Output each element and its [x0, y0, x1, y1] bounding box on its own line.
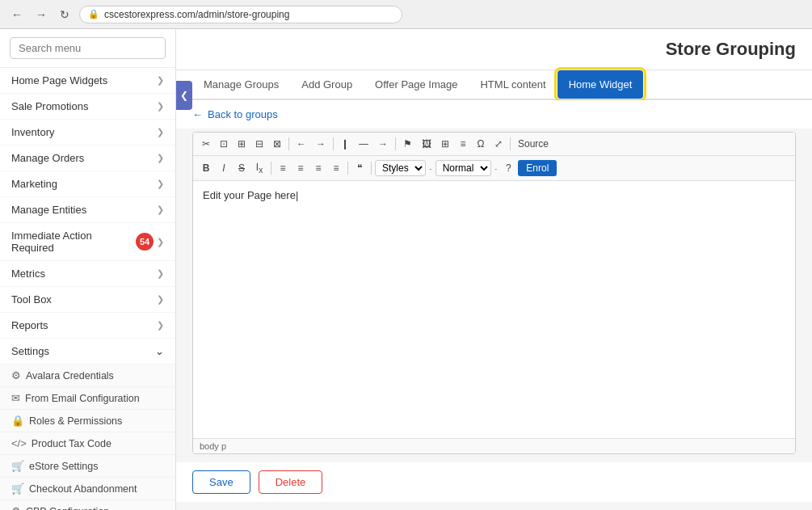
help-button[interactable]: ? — [500, 160, 516, 176]
forward-button[interactable]: → — [32, 6, 50, 23]
settings-header[interactable]: Settings ⌄ — [0, 339, 175, 365]
sidebar-item[interactable]: Manage Orders❯ — [0, 145, 175, 171]
italic-button[interactable]: I — [216, 160, 232, 176]
toolbar-btn-pipe[interactable]: ❙ — [337, 136, 353, 152]
reload-button[interactable]: ↻ — [57, 6, 73, 23]
styles-select[interactable]: Styles — [375, 160, 426, 176]
undo-button[interactable]: ← — [292, 136, 310, 152]
browser-bar: ← → ↻ 🔒 cscestorexpress.com/admin/store-… — [0, 0, 812, 29]
sub-icon: 🛒 — [11, 460, 24, 472]
badge: 54 — [136, 233, 154, 251]
nav-label: Tool Box — [11, 293, 157, 306]
tab-html-content[interactable]: HTML content — [469, 70, 557, 99]
sidebar-item-settings-sub[interactable]: 🔒Roles & Permissions — [0, 410, 175, 432]
sidebar-item[interactable]: Inventory❯ — [0, 120, 175, 145]
redo-button[interactable]: → — [312, 136, 330, 152]
content-area: ✂ ⊡ ⊞ ⊟ ⊠ ← → ❙ — → ⚑ 🖼 ⊞ ≡ — [176, 129, 812, 510]
sidebar-item[interactable]: Manage Entities❯ — [0, 197, 175, 223]
sub-icon: ✉ — [11, 392, 20, 404]
address-bar[interactable]: 🔒 cscestorexpress.com/admin/store-groupi… — [79, 6, 402, 23]
tab-add-group[interactable]: Add Group — [290, 70, 364, 99]
ol-button[interactable]: ≡ — [275, 160, 291, 176]
nav-label: Home Page Widgets — [11, 74, 157, 86]
nav-label: Manage Entities — [11, 204, 157, 216]
sep1 — [288, 137, 289, 150]
ul-button[interactable]: ≡ — [292, 160, 309, 176]
sidebar-item-settings-sub[interactable]: ⚙Avalara Credentials — [0, 365, 175, 387]
copy-button[interactable]: ⊡ — [216, 136, 232, 152]
back-button[interactable]: ← — [8, 6, 26, 23]
actions-bar: Save Delete — [176, 462, 812, 502]
url-text: cscestorexpress.com/admin/store-grouping — [104, 9, 289, 20]
sep-text: - — [429, 163, 432, 173]
page-header: Store Grouping — [176, 29, 812, 70]
delete-button[interactable]: Delete — [259, 470, 323, 494]
sep-text2: - — [494, 163, 498, 173]
sub-item-label: Roles & Permissions — [29, 415, 122, 427]
chevron-right-icon: ❯ — [157, 204, 164, 215]
sidebar-item[interactable]: Marketing❯ — [0, 171, 175, 197]
chevron-right-icon: ❯ — [157, 127, 164, 137]
outdent-button[interactable]: ≡ — [328, 160, 344, 176]
sidebar-item[interactable]: Immediate Action Required54❯ — [0, 223, 175, 261]
sub-icon: 🔒 — [11, 415, 24, 427]
sidebar-item-settings-sub[interactable]: 🛒Checkout Abandonment — [0, 478, 175, 500]
sidebar-toggle[interactable]: ❮ — [176, 81, 192, 110]
sub-item-label: eStore Settings — [29, 461, 98, 472]
paste-button[interactable]: ⊞ — [234, 136, 250, 152]
editor-status: body p — [193, 438, 795, 453]
sub-item-label: Avalara Credentials — [26, 370, 114, 381]
bold-button[interactable]: B — [198, 160, 214, 176]
image-button[interactable]: 🖼 — [418, 136, 435, 152]
table-button[interactable]: ⊞ — [437, 136, 453, 152]
save-button[interactable]: Save — [192, 470, 250, 494]
editor-body[interactable]: Edit your Page here| — [193, 181, 795, 438]
paste-word-button[interactable]: ⊠ — [269, 136, 285, 152]
sidebar-item[interactable]: Reports❯ — [0, 313, 175, 339]
chevron-right-icon: ❯ — [157, 268, 164, 279]
sidebar-item[interactable]: Sale Promotions❯ — [0, 94, 175, 120]
sep6 — [347, 162, 348, 175]
omega-button[interactable]: Ω — [473, 136, 489, 152]
sub-item-label: CBP Configuration — [26, 506, 109, 511]
search-container — [0, 29, 175, 68]
enrol-button[interactable]: Enrol — [518, 160, 557, 176]
sub-icon: ⚙ — [11, 369, 21, 381]
sidebar-item-settings-sub[interactable]: ✉From Email Configuration — [0, 387, 175, 410]
nav-label: Sale Promotions — [11, 100, 157, 112]
nav-label: Inventory — [11, 126, 157, 138]
list-button[interactable]: ≡ — [455, 136, 471, 152]
sidebar-item[interactable]: Home Page Widgets❯ — [0, 68, 175, 94]
sep2 — [333, 137, 334, 150]
sidebar-item[interactable]: Tool Box❯ — [0, 287, 175, 313]
lock-icon: 🔒 — [88, 9, 99, 19]
flag-button[interactable]: ⚑ — [399, 136, 416, 152]
tab-offer-page-image[interactable]: Offer Page Image — [364, 70, 469, 99]
paste-text-button[interactable]: ⊟ — [251, 136, 267, 152]
source-button[interactable]: Source — [514, 136, 553, 152]
indent-button[interactable]: ≡ — [310, 160, 326, 176]
sidebar-item-settings-sub[interactable]: ⚙CBP Configuration — [0, 500, 175, 510]
settings-sub: ⚙Avalara Credentials✉From Email Configur… — [0, 365, 175, 510]
sidebar-item[interactable]: Metrics❯ — [0, 261, 175, 287]
sub-item-label: Checkout Abandonment — [29, 483, 137, 495]
toolbar-btn-arrow[interactable]: → — [374, 136, 392, 152]
subscript-button[interactable]: Ix — [251, 159, 267, 177]
back-link[interactable]: ← Back to groups — [176, 100, 812, 129]
format-select[interactable]: Normal — [435, 160, 491, 176]
toolbar-btn-dash[interactable]: — — [355, 136, 372, 152]
nav-label: Metrics — [11, 268, 157, 280]
sep7 — [371, 162, 372, 175]
chevron-right-icon: ❯ — [157, 75, 164, 86]
quote-button[interactable]: ❝ — [351, 160, 368, 176]
search-input[interactable] — [10, 37, 166, 59]
tab-home-widget[interactable]: Home Widget — [557, 70, 644, 99]
cut-button[interactable]: ✂ — [198, 136, 214, 152]
sidebar-item-settings-sub[interactable]: 🛒eStore Settings — [0, 455, 175, 478]
chevron-down-icon: ⌄ — [155, 345, 164, 357]
editor-wrapper: ✂ ⊡ ⊞ ⊟ ⊠ ← → ❙ — → ⚑ 🖼 ⊞ ≡ — [192, 132, 796, 454]
strikethrough-button[interactable]: S — [234, 160, 250, 176]
tab-manage-groups[interactable]: Manage Groups — [192, 70, 290, 99]
fullscreen-button[interactable]: ⤢ — [490, 136, 507, 152]
sidebar-item-settings-sub[interactable]: </>Product Tax Code — [0, 432, 175, 455]
